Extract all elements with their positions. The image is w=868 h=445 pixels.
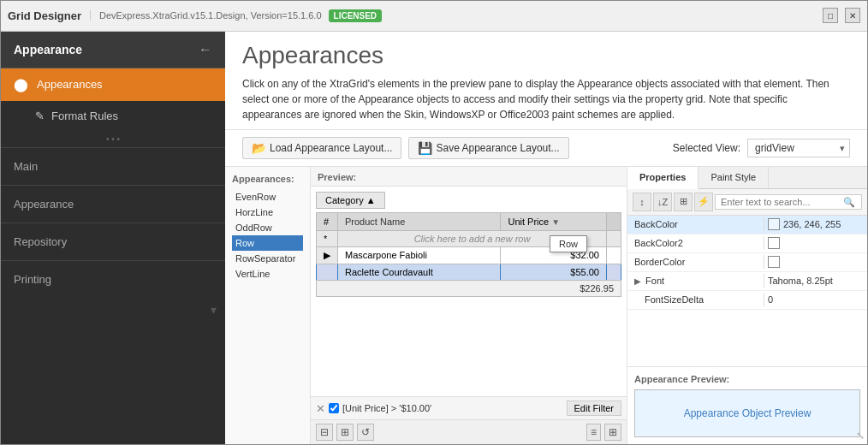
search-wrapper: 🔍 — [715, 194, 862, 210]
expand-arrow: ▶ — [634, 276, 641, 286]
horzline-label: HorzLine — [235, 207, 273, 217]
appearance-item-vertline[interactable]: VertLine — [232, 266, 303, 282]
content-description: Click on any of the XtraGrid's elements … — [242, 76, 841, 122]
props-row-backcolor2[interactable]: BackColor2 — [627, 234, 867, 253]
close-button[interactable]: ✕ — [845, 8, 860, 23]
sidebar-item-label-appearance: Appearance — [14, 198, 74, 211]
titlebar: Grid Designer DevExpress.XtraGrid.v15.1.… — [1, 1, 867, 32]
preview-bottom-toolbar: ⊟ ⊞ ↺ ≡ ⊞ — [311, 419, 627, 444]
app-window: Grid Designer DevExpress.XtraGrid.v15.1.… — [0, 0, 868, 445]
sidebar-item-label-appearances: Appearances — [37, 78, 103, 91]
pb-btn-2[interactable]: ⊞ — [336, 424, 354, 441]
row2-price: $55.00 — [501, 264, 607, 280]
titlebar-controls: □ ✕ — [823, 8, 860, 23]
tab-properties[interactable]: Properties — [627, 167, 699, 189]
props-search-input[interactable] — [715, 194, 862, 210]
desc-text: Click on any of the XtraGrid's elements … — [242, 78, 829, 121]
bordercolor-swatch — [768, 256, 780, 268]
appearance-item-oddrow[interactable]: OddRow — [232, 220, 303, 235]
sidebar-header: Appearance ← — [1, 32, 225, 68]
sidebar-title: Appearance — [14, 43, 82, 56]
pb-btn-4[interactable]: ≡ — [586, 424, 601, 441]
backcolor2-name: BackColor2 — [627, 236, 764, 250]
appearances-panel: Appearances: EvenRow HorzLine OddRow Row — [225, 167, 311, 444]
props-az-btn[interactable]: ↓Z — [653, 193, 672, 211]
filter-edit-button[interactable]: Edit Filter — [567, 400, 621, 416]
table-row-selected[interactable]: Raclette Courdavault $55.00 — [317, 264, 621, 280]
filter-text: [Unit Price] > '$10.00' — [342, 403, 563, 413]
col-header-price[interactable]: Unit Price ▼ — [501, 212, 607, 230]
format-rules-icon: ✎ — [35, 110, 45, 122]
appearance-item-row[interactable]: Row — [232, 235, 303, 251]
app-title: Grid Designer — [8, 9, 81, 22]
row1-arrow: ▶ — [317, 246, 338, 264]
props-row-font[interactable]: ▶ Font Tahoma, 8.25pt — [627, 272, 867, 291]
appearances-icon: ⬤ — [14, 77, 28, 92]
oddrow-label: OddRow — [235, 222, 272, 233]
page-title: Appearances — [242, 42, 850, 69]
vertline-label: VertLine — [235, 269, 270, 279]
pb-btn-1[interactable]: ⊟ — [316, 424, 333, 441]
save-layout-button[interactable]: 💾 Save Appearance Layout... — [408, 137, 568, 159]
selected-view-wrapper: gridView cardView layoutView — [747, 139, 850, 157]
load-layout-button[interactable]: 📂 Load Appearance Layout... — [242, 137, 401, 159]
col-scroll — [607, 212, 621, 230]
save-icon: 💾 — [418, 141, 432, 155]
back-icon[interactable]: ← — [199, 42, 212, 57]
category-button[interactable]: Category ▲ — [316, 192, 385, 209]
appearance-item-evenrow[interactable]: EvenRow — [232, 189, 303, 205]
backcolor-swatch — [768, 218, 780, 230]
bordercolor-value — [764, 254, 867, 270]
tab-paint-style[interactable]: Paint Style — [699, 167, 769, 188]
filter-checkbox[interactable] — [329, 403, 339, 413]
preview-title: Preview: — [311, 167, 627, 187]
props-row-backcolor[interactable]: BackColor 236, 246, 255 — [627, 216, 867, 234]
props-tabs: Properties Paint Style — [627, 167, 867, 189]
main-layout: Appearance ← ⬤ Appearances ✎ Format Rule… — [1, 32, 867, 444]
app-subtitle: DevExpress.XtraGrid.v15.1.Design, Versio… — [90, 10, 322, 21]
toolbar: 📂 Load Appearance Layout... 💾 Save Appea… — [225, 130, 867, 167]
col-header-product[interactable]: Product Name — [338, 212, 501, 230]
save-label: Save Appearance Layout... — [436, 142, 559, 154]
pb-btn-5[interactable]: ⊞ — [604, 424, 621, 441]
resize-handle[interactable]: ⤡ — [856, 430, 865, 442]
props-sort-btn[interactable]: ↕ — [633, 193, 651, 211]
sidebar-item-label-main: Main — [14, 160, 38, 173]
sidebar-item-format-rules[interactable]: ✎ Format Rules — [1, 101, 225, 131]
tab-properties-label: Properties — [639, 172, 686, 182]
col-header-hash: # — [317, 212, 338, 230]
sidebar-item-appearances[interactable]: ⬤ Appearances — [1, 68, 225, 101]
sort-icon: ▼ — [551, 217, 560, 227]
search-icon: 🔍 — [843, 196, 855, 207]
sidebar-item-label-repository: Repository — [14, 235, 67, 248]
props-lightning-btn[interactable]: ⚡ — [694, 193, 713, 211]
evenrow-label: EvenRow — [235, 192, 276, 202]
sidebar-item-label-printing: Printing — [14, 273, 51, 286]
filter-close-icon[interactable]: ✕ — [316, 402, 325, 415]
licensed-badge: LICENSED — [329, 9, 383, 22]
selected-view-select[interactable]: gridView cardView layoutView — [747, 139, 850, 157]
load-icon: 📂 — [252, 141, 266, 155]
props-grid-btn[interactable]: ⊞ — [674, 193, 693, 211]
sidebar: Appearance ← ⬤ Appearances ✎ Format Rule… — [1, 32, 225, 444]
sidebar-item-repository[interactable]: Repository — [1, 222, 225, 260]
row-label: Row — [235, 238, 254, 248]
sidebar-item-appearance[interactable]: Appearance — [1, 185, 225, 222]
props-row-fontsizedelta[interactable]: FontSizeDelta 0 — [627, 291, 867, 310]
sidebar-chevron: ▾ — [1, 298, 225, 322]
backcolor2-swatch — [768, 237, 780, 249]
pb-btn-3[interactable]: ↺ — [357, 424, 374, 441]
backcolor-value: 236, 246, 255 — [764, 217, 867, 232]
row1-product: Mascarpone Fabioli — [338, 246, 501, 264]
minimize-button[interactable]: □ — [823, 8, 838, 23]
row2-scroll — [607, 264, 621, 280]
props-row-bordercolor[interactable]: BorderColor — [627, 253, 867, 272]
appearance-item-rowseparator[interactable]: RowSeparator — [232, 251, 303, 266]
backcolor-text: 236, 246, 255 — [783, 219, 841, 229]
chevron-down-icon: ▾ — [211, 303, 217, 317]
font-label: Font — [645, 276, 664, 286]
product-col-label: Product Name — [345, 217, 405, 227]
appearance-item-horzline[interactable]: HorzLine — [232, 205, 303, 220]
sidebar-item-main[interactable]: Main — [1, 147, 225, 185]
sidebar-item-printing[interactable]: Printing — [1, 260, 225, 298]
